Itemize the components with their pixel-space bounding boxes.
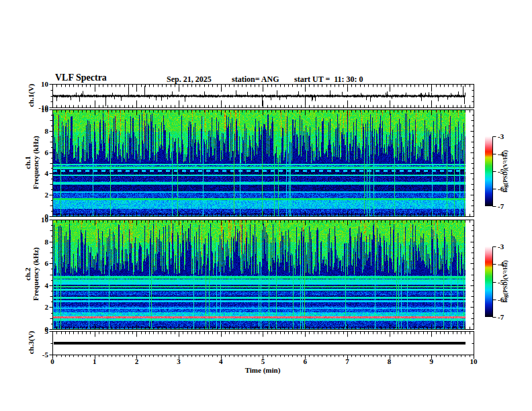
vlf-spectra-figure: VLF Spectra Sep. 21, 2025 station= ANG s… [0, 0, 532, 411]
axes-and-ticks-canvas [0, 0, 532, 411]
